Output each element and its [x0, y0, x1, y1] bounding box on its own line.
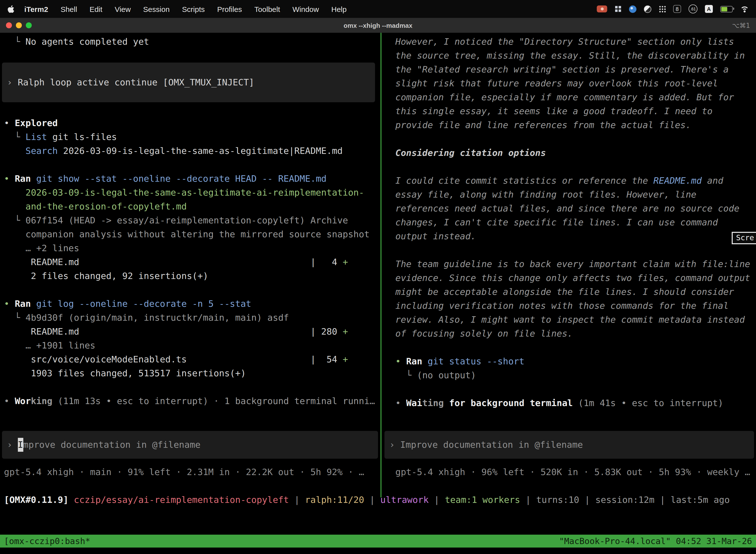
text-segment: team:1 workers [445, 494, 520, 505]
text-segment: • [4, 118, 15, 128]
terminal-line: companion file, especially if more comme… [395, 90, 756, 104]
model-status-right: gpt-5.4 xhigh · 96% left · 520K in · 5.8… [395, 465, 756, 479]
text-segment [4, 243, 25, 253]
text-segment: git ls-files [47, 131, 117, 142]
text-segment: (11m 13s • esc to interrupt) · 1 backgro… [52, 396, 375, 406]
text-segment [4, 215, 15, 225]
text-segment: git status --short [428, 356, 524, 366]
text-segment [4, 146, 25, 156]
terminal-line: The team guideline is to back every impo… [395, 257, 756, 271]
menubar-items: iTerm2ShellEditViewSessionScriptsProfile… [24, 5, 359, 13]
contrast-app-icon[interactable] [644, 5, 651, 13]
terminal-line: … +2 lines [4, 241, 380, 255]
text-segment: (1m 41s • esc to interrupt) [573, 398, 723, 408]
working-status: • Working (11m 13s • esc to interrupt) ·… [4, 394, 380, 408]
text-segment: | [429, 494, 445, 505]
text-segment: └ [15, 131, 25, 142]
terminal-line [4, 380, 380, 394]
prompt-input-right[interactable]: › Improve documentation in @filename [384, 431, 754, 459]
terminal-cursor: I [18, 438, 23, 452]
text-segment: | [364, 494, 380, 505]
text-segment: • [4, 173, 15, 184]
dots-grid-icon[interactable] [659, 5, 666, 12]
text-segment: └ [406, 370, 417, 380]
prompt-chevron: › [389, 438, 400, 452]
text-segment: | [520, 494, 536, 505]
terminal-line: of focusing solely on file lines. [395, 327, 756, 340]
text-segment: last:5m ago [671, 494, 730, 505]
text-segment: git show --stat --oneline --decorate HEA… [36, 173, 326, 184]
tmux-pane-left: └ No agents completed yet› Ralph loop ac… [0, 33, 380, 460]
menu-item-help[interactable]: Help [331, 5, 347, 13]
terminal-line: this single essay, it seems like a good … [395, 104, 756, 118]
terminal-line: └ List git ls-files [4, 130, 380, 144]
wifi-icon[interactable] [740, 6, 749, 12]
battery-icon[interactable] [720, 6, 733, 12]
terminal-line [4, 158, 380, 172]
terminal-line: However, I noticed the "Directory Struct… [395, 35, 756, 49]
menu-item-scripts[interactable]: Scripts [182, 5, 205, 13]
input-source-icon[interactable]: A [705, 5, 713, 13]
text-segment: slight risk that future readers may over… [395, 78, 718, 88]
text-segment: and-the-erosion-of-copyleft.md [25, 201, 187, 212]
text-segment: + [342, 354, 348, 365]
text-segment: └ [15, 36, 25, 47]
window-titlebar[interactable]: omx --xhigh --madmax ⌥⌘1 [0, 18, 756, 33]
menu-item-shell[interactable]: Shell [61, 5, 77, 13]
blue-app-icon[interactable] [629, 5, 636, 13]
prompt-input-left[interactable]: › Improve documentation in @filename [2, 431, 378, 459]
model-status-left: gpt-5.4 xhigh · main · 91% left · 2.31M … [4, 465, 379, 479]
text-segment [31, 298, 36, 309]
text-segment: including verification notes with those … [395, 300, 729, 311]
terminal-line: src/voice/voiceModeEnabled.ts | 54 + [4, 352, 380, 366]
text-segment: turns:10 [536, 494, 579, 505]
apple-menu-icon[interactable] [7, 5, 14, 13]
text-segment: essay file, along with finding root file… [395, 189, 696, 200]
zoom-button[interactable] [26, 22, 32, 28]
ralph-loop-banner: › Ralph loop active continue [OMX_TMUX_I… [2, 63, 375, 102]
text-segment: src/voice/voiceModeEnabled.ts | 54 [4, 354, 342, 365]
menu-item-session[interactable]: Session [143, 5, 170, 13]
menu-item-profiles[interactable]: Profiles [217, 5, 242, 13]
text-segment: companion analysis without altering the … [25, 229, 370, 239]
text-segment: evidence. Since this change only affects… [395, 273, 750, 283]
terminal-line [395, 243, 756, 257]
text-segment: for background terminal [444, 398, 573, 408]
terminal-line: and-the-erosion-of-copyleft.md [4, 200, 380, 214]
terminal-line: └ 067f154 (HEAD -> essay/ai-reimplementa… [4, 214, 380, 227]
text-segment: I could cite commit statistics or refere… [395, 175, 653, 186]
menu-item-edit[interactable]: Edit [89, 5, 103, 13]
text-segment: … +1901 lines [25, 340, 96, 350]
text-segment: › [7, 75, 18, 89]
tmux-pane-divider[interactable] [380, 33, 381, 497]
text-segment: README.md [653, 175, 702, 186]
grid-icon[interactable] [615, 5, 622, 12]
menu-item-window[interactable]: Window [293, 5, 319, 13]
text-segment: 4b9d30f (origin/main, instructkr/main, m… [25, 312, 289, 323]
screen-overlay-badge[interactable]: Scre [732, 232, 756, 244]
terminal-line: 2026-03-09-is-legal-the-same-as-legitima… [4, 186, 380, 200]
text-segment: └ [15, 215, 25, 225]
text-segment: ralph:11/20 [305, 494, 364, 505]
key-8-icon[interactable]: 8 [673, 5, 681, 13]
minimize-button[interactable] [16, 22, 22, 28]
ran-git-status: • Ran git status --short [395, 354, 756, 368]
omx-status-line: [OMX#0.11.9] cczip/essay/ai-reimplementa… [4, 493, 756, 507]
text-segment: • [395, 356, 406, 366]
screen-recording-icon[interactable] [597, 5, 607, 12]
badge-61-icon[interactable]: .61 [689, 4, 697, 13]
text-segment: 067f154 (HEAD -> essay/ai-reimplementati… [25, 215, 348, 225]
text-segment [4, 36, 15, 47]
terminal-line: output instead. [395, 229, 756, 243]
menu-item-iterm2[interactable]: iTerm2 [24, 5, 48, 13]
menu-item-toolbelt[interactable]: Toolbelt [254, 5, 280, 13]
text-segment: Ralph loop active continue [OMX_TMUX_INJ… [18, 75, 254, 89]
text-segment: of focusing solely on file lines. [395, 328, 573, 339]
terminal-line [395, 160, 756, 174]
menu-item-view[interactable]: View [115, 5, 131, 13]
desktop: iTerm2ShellEditViewSessionScriptsProfile… [0, 0, 756, 554]
close-button[interactable] [6, 22, 12, 28]
text-segment [422, 356, 428, 366]
text-segment: Search [25, 146, 58, 156]
text-segment: README.md | 280 [4, 326, 342, 337]
